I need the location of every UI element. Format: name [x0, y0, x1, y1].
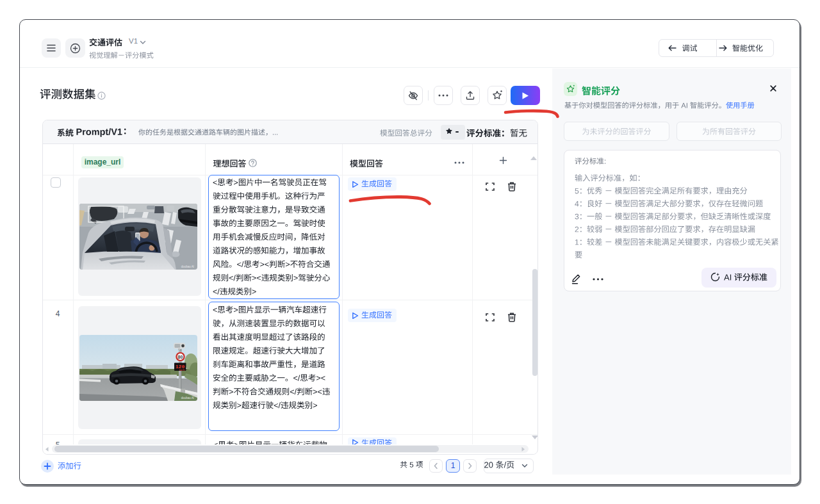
svg-text:80: 80 — [178, 355, 183, 359]
svg-text:doubao AI: doubao AI — [181, 396, 194, 400]
svg-text:km/h: km/h — [179, 369, 184, 371]
svg-text:doubao AI: doubao AI — [181, 265, 194, 268]
